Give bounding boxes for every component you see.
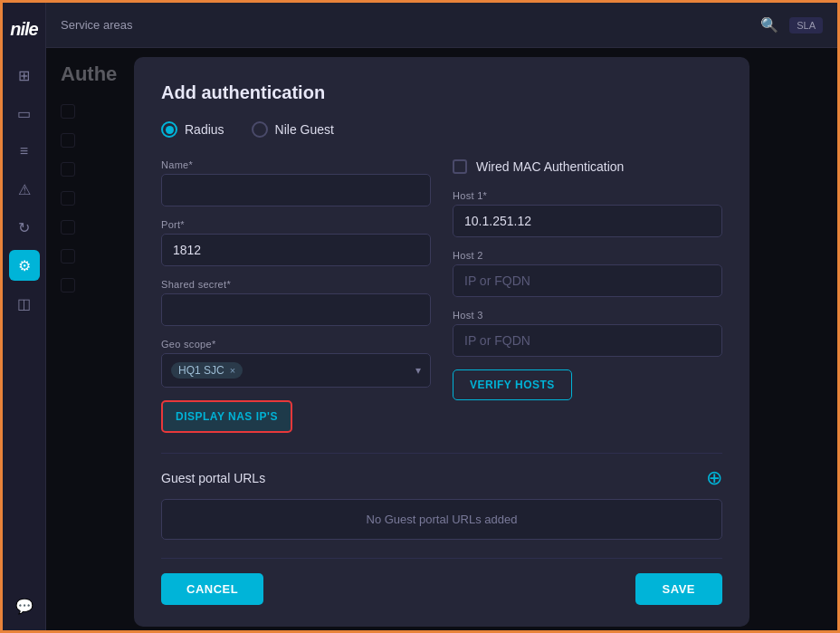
nile-guest-label: Nile Guest xyxy=(275,122,334,137)
geo-tag-label: HQ1 SJC xyxy=(178,364,224,377)
display-nas-button[interactable]: DISPLAY NAS IP'S xyxy=(161,400,292,433)
port-field-group: Port* xyxy=(161,219,431,266)
page-area: Authe xyxy=(46,48,837,630)
sla-badge: SLA xyxy=(789,17,823,34)
host2-field-group: Host 2 xyxy=(453,250,722,297)
topbar: Service areas 🔍 SLA xyxy=(46,3,837,48)
sidebar-item-alert[interactable]: ⚠ xyxy=(9,174,40,205)
nile-guest-radio[interactable]: Nile Guest xyxy=(252,121,334,138)
main-content: Service areas 🔍 SLA Authe xyxy=(46,3,837,630)
search-icon[interactable]: 🔍 xyxy=(760,16,778,34)
radio-row: Radius Nile Guest xyxy=(161,121,722,138)
host3-label: Host 3 xyxy=(453,310,722,321)
modal: Add authentication Radius Nile Guest xyxy=(134,57,749,627)
guest-portal-title: Guest portal URLs xyxy=(161,471,265,485)
guest-portal-header: Guest portal URLs ⊕ xyxy=(161,468,722,488)
app-logo: nile xyxy=(10,12,37,53)
sidebar-item-monitor[interactable]: ▭ xyxy=(9,98,40,129)
cancel-button[interactable]: CANCEL xyxy=(161,573,263,605)
name-label: Name* xyxy=(161,159,431,170)
guest-portal-section: Guest portal URLs ⊕ No Guest portal URLs… xyxy=(161,453,722,540)
host1-input[interactable] xyxy=(453,205,722,237)
port-input[interactable] xyxy=(161,234,431,266)
modal-footer: CANCEL SAVE xyxy=(161,558,722,605)
host3-input[interactable] xyxy=(453,324,722,357)
wired-mac-checkbox[interactable] xyxy=(453,159,467,174)
host2-input[interactable] xyxy=(453,264,722,297)
geo-tag-remove[interactable]: × xyxy=(230,365,235,376)
name-field-group: Name* xyxy=(161,159,431,206)
sidebar-item-chat[interactable]: 💬 xyxy=(9,590,40,621)
modal-overlay: Add authentication Radius Nile Guest xyxy=(46,48,837,630)
host3-field-group: Host 3 xyxy=(453,310,722,357)
shared-secret-label: Shared secret* xyxy=(161,279,431,290)
verify-hosts-button[interactable]: VERIFY HOSTS xyxy=(453,369,572,400)
geo-tag: HQ1 SJC × xyxy=(171,362,243,379)
geo-scope-field-group: Geo scope* HQ1 SJC × ▾ xyxy=(161,339,431,388)
sidebar-item-grid[interactable]: ⊞ xyxy=(9,60,40,91)
radius-radio[interactable]: Radius xyxy=(161,121,224,138)
radius-radio-circle xyxy=(161,121,177,138)
modal-title: Add authentication xyxy=(161,82,722,103)
topbar-right: 🔍 SLA xyxy=(760,16,823,34)
dropdown-arrow-icon: ▾ xyxy=(415,364,421,377)
save-button[interactable]: SAVE xyxy=(635,573,722,605)
host2-label: Host 2 xyxy=(453,250,722,261)
geo-scope-label: Geo scope* xyxy=(161,339,431,350)
sidebar-item-settings[interactable]: ⚙ xyxy=(9,250,40,281)
port-label: Port* xyxy=(161,219,431,230)
form-col-left: Name* Port* Shared secret* xyxy=(161,159,431,433)
host1-field-group: Host 1* xyxy=(453,190,722,237)
shared-secret-input[interactable] xyxy=(161,293,431,326)
wired-mac-label: Wired MAC Authentication xyxy=(476,159,624,174)
add-url-button[interactable]: ⊕ xyxy=(706,468,722,488)
app-wrapper: nile ⊞ ▭ ≡ ⚠ ↻ ⚙ ◫ 💬 Service areas 🔍 SLA… xyxy=(3,3,837,630)
form-columns: Name* Port* Shared secret* xyxy=(161,159,722,433)
sidebar-item-layers[interactable]: ≡ xyxy=(9,136,40,167)
geo-scope-dropdown[interactable]: HQ1 SJC × ▾ xyxy=(161,353,431,388)
form-col-right: Wired MAC Authentication Host 1* Host 2 xyxy=(453,159,722,433)
nile-guest-radio-circle xyxy=(252,121,268,138)
no-urls-message: No Guest portal URLs added xyxy=(161,499,722,540)
radius-label: Radius xyxy=(185,122,224,137)
sidebar-item-refresh[interactable]: ↻ xyxy=(9,212,40,243)
name-input[interactable] xyxy=(161,174,431,206)
sidebar-item-module[interactable]: ◫ xyxy=(9,288,40,319)
sidebar: nile ⊞ ▭ ≡ ⚠ ↻ ⚙ ◫ 💬 xyxy=(3,3,46,630)
shared-secret-field-group: Shared secret* xyxy=(161,279,431,326)
breadcrumb: Service areas xyxy=(61,18,132,32)
host1-label: Host 1* xyxy=(453,190,722,201)
wired-mac-row: Wired MAC Authentication xyxy=(453,159,722,174)
